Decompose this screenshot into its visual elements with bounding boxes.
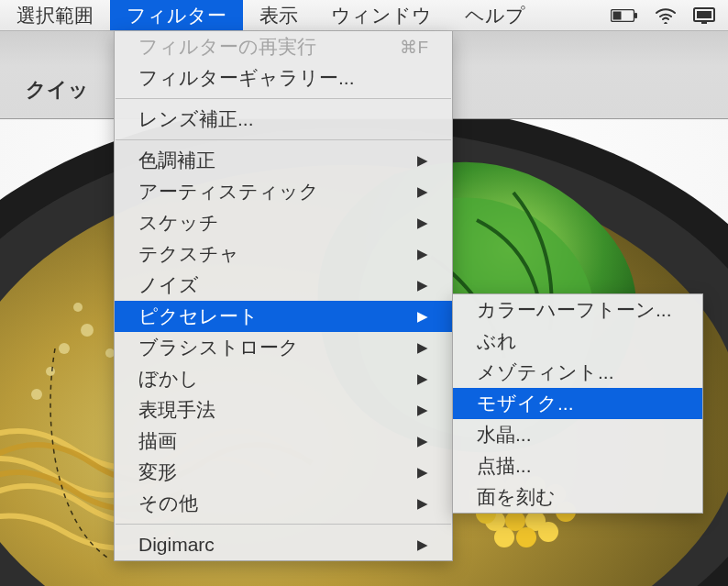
submenu-item-label: ぶれ <box>477 328 517 354</box>
svg-point-15 <box>73 303 83 312</box>
menu-item[interactable]: Digimarc▶ <box>115 529 452 560</box>
menu-item[interactable]: テクスチャ▶ <box>115 238 452 270</box>
menu-item-label: フィルターの再実行 <box>138 34 316 60</box>
menu-item-label: 描画 <box>138 428 177 454</box>
menu-item[interactable]: スケッチ▶ <box>115 207 452 238</box>
menu-item[interactable]: ブラシストローク▶ <box>115 332 452 363</box>
svg-rect-4 <box>697 11 711 18</box>
menu-help[interactable]: ヘルプ <box>448 0 542 30</box>
menu-item-label: スケッチ <box>138 210 219 236</box>
submenu-item[interactable]: メゾティント... <box>453 357 702 388</box>
menu-item: フィルターの再実行⌘F <box>115 31 452 62</box>
pixelate-submenu: カラーハーフトーン...ぶれメゾティント...モザイク...水晶...点描...… <box>452 293 703 514</box>
submenu-arrow-icon: ▶ <box>417 152 428 169</box>
menu-item[interactable]: 変形▶ <box>115 457 452 488</box>
menu-item[interactable]: その他▶ <box>115 488 452 519</box>
submenu-item[interactable]: 水晶... <box>453 419 702 450</box>
toolbar-label: クイッ <box>0 76 89 118</box>
svg-point-11 <box>81 324 94 337</box>
battery-icon <box>611 9 638 22</box>
svg-point-31 <box>538 522 558 542</box>
menu-item-label: Digimarc <box>138 534 215 556</box>
menu-item[interactable]: アーティスティック▶ <box>115 176 452 207</box>
menu-item-label: 色調補正 <box>138 148 215 173</box>
submenu-arrow-icon: ▶ <box>417 464 428 481</box>
menu-label: フィルター <box>127 3 226 28</box>
svg-rect-5 <box>701 22 707 24</box>
menu-label: 表示 <box>259 3 298 28</box>
submenu-arrow-icon: ▶ <box>417 402 428 418</box>
menu-item[interactable]: 描画▶ <box>115 426 452 457</box>
menu-label: 選択範囲 <box>17 3 94 28</box>
submenu-arrow-icon: ▶ <box>417 308 428 325</box>
menu-item[interactable]: フィルターギャラリー... <box>115 62 452 94</box>
menu-item-label: ピクセレート <box>138 304 259 329</box>
svg-point-12 <box>46 367 55 376</box>
svg-point-10 <box>59 343 70 354</box>
submenu-arrow-icon: ▶ <box>417 433 428 449</box>
submenu-arrow-icon: ▶ <box>417 246 428 262</box>
submenu-item-label: 水晶... <box>477 422 532 448</box>
menu-item-label: その他 <box>138 491 198 516</box>
menu-item[interactable]: レンズ補正... <box>115 104 452 135</box>
svg-point-30 <box>516 527 536 547</box>
submenu-item[interactable]: 点描... <box>453 450 702 481</box>
menubar-status-area <box>611 7 728 24</box>
menu-view[interactable]: 表示 <box>243 0 314 30</box>
menu-item-label: レンズ補正... <box>138 106 254 132</box>
submenu-arrow-icon: ▶ <box>417 370 428 387</box>
menu-item[interactable]: 色調補正▶ <box>115 145 452 176</box>
menu-item-label: ブラシストローク <box>138 335 299 360</box>
menu-item-label: テクスチャ <box>138 241 239 267</box>
submenu-item-label: モザイク... <box>477 391 574 416</box>
menu-item[interactable]: ぼかし▶ <box>115 363 452 394</box>
svg-point-23 <box>505 511 525 531</box>
submenu-item[interactable]: モザイク... <box>453 388 702 419</box>
menu-item-label: フィルターギャラリー... <box>138 65 355 91</box>
svg-rect-1 <box>634 13 637 18</box>
menu-separator <box>116 524 451 525</box>
submenu-arrow-icon: ▶ <box>417 183 428 200</box>
menubar: 選択範囲 フィルター 表示 ウィンドウ ヘルプ <box>0 0 728 31</box>
submenu-item[interactable]: ぶれ <box>453 326 702 357</box>
submenu-arrow-icon: ▶ <box>417 277 428 293</box>
menu-item-label: アーティスティック <box>138 179 319 205</box>
menu-item-label: 表現手法 <box>138 397 215 423</box>
filter-dropdown: フィルターの再実行⌘Fフィルターギャラリー...レンズ補正...色調補正▶アーテ… <box>114 31 453 561</box>
menu-filter[interactable]: フィルター <box>110 0 243 30</box>
menu-item-label: ぼかし <box>138 366 199 392</box>
svg-point-14 <box>31 389 42 400</box>
submenu-arrow-icon: ▶ <box>417 536 428 553</box>
menu-item[interactable]: ノイズ▶ <box>115 270 452 301</box>
menu-item[interactable]: 表現手法▶ <box>115 394 452 426</box>
submenu-arrow-icon: ▶ <box>417 339 428 356</box>
submenu-arrow-icon: ▶ <box>417 495 428 512</box>
menu-label: ウィンドウ <box>331 3 432 28</box>
submenu-item-label: 面を刻む <box>477 484 556 510</box>
menu-separator <box>116 139 451 140</box>
menu-item-shortcut: ⌘F <box>400 37 428 58</box>
display-icon <box>693 7 715 24</box>
svg-rect-2 <box>613 11 622 19</box>
submenu-item[interactable]: カラーハーフトーン... <box>453 294 702 326</box>
submenu-item[interactable]: 面を刻む <box>453 481 702 513</box>
menu-label: ヘルプ <box>465 3 525 28</box>
menu-item-label: ノイズ <box>138 272 199 298</box>
submenu-item-label: メゾティント... <box>477 359 614 385</box>
menu-item-label: 変形 <box>138 459 177 485</box>
submenu-arrow-icon: ▶ <box>417 215 428 231</box>
menu-separator <box>116 98 451 99</box>
wifi-icon <box>655 7 677 24</box>
svg-point-29 <box>494 527 514 547</box>
menu-item[interactable]: ピクセレート▶ <box>115 301 452 332</box>
menu-select-range[interactable]: 選択範囲 <box>0 0 110 30</box>
menu-window[interactable]: ウィンドウ <box>314 0 448 30</box>
submenu-item-label: 点描... <box>477 453 532 479</box>
submenu-item-label: カラーハーフトーン... <box>477 297 672 323</box>
